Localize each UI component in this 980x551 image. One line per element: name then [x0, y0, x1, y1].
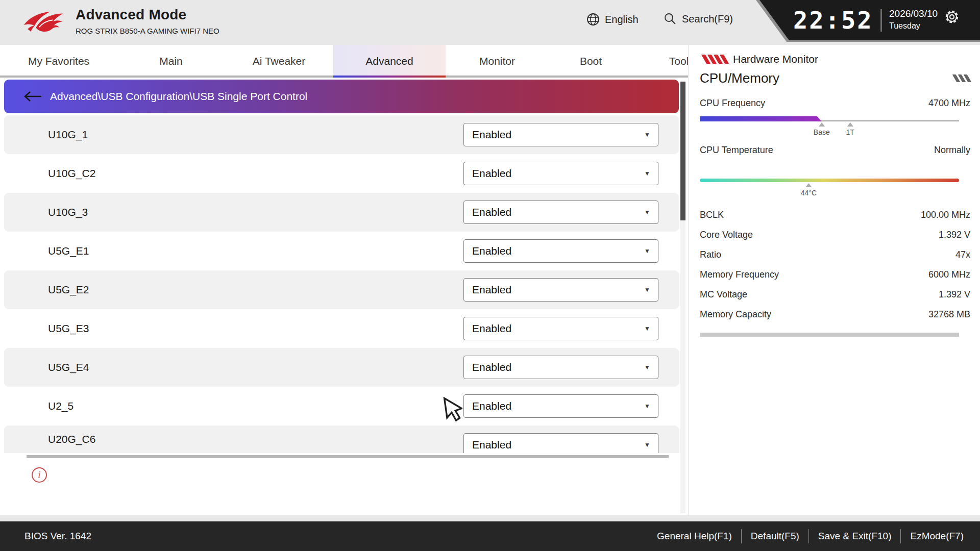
cpu-frequency-fill	[700, 116, 822, 121]
tab-boot[interactable]: Boot	[549, 45, 633, 78]
chevron-down-icon: ▼	[644, 325, 650, 332]
clock-weekday: Tuesday	[889, 21, 938, 31]
gear-icon[interactable]	[943, 8, 961, 26]
sidebar-scrollbar[interactable]	[700, 333, 959, 337]
ezmode-button[interactable]: EzMode(F7)	[901, 531, 973, 542]
tab-advanced[interactable]: Advanced	[333, 45, 446, 78]
search-button[interactable]: Search(F9)	[664, 12, 733, 26]
cpu-temperature-value: Normally	[934, 145, 970, 156]
setting-row[interactable]: U5G_E4 Enabled ▼	[4, 348, 679, 387]
language-button[interactable]: English	[586, 12, 639, 27]
main-content: Advanced\USB Configuration\USB Single Po…	[0, 78, 688, 515]
setting-row[interactable]: U2_5 Enabled ▼	[4, 387, 679, 425]
setting-dropdown[interactable]: Enabled ▼	[463, 123, 658, 146]
cpu-temperature-bar	[700, 179, 959, 182]
rog-stripes-icon	[704, 55, 726, 64]
header: Advanced Mode ROG STRIX B850-A GAMING WI…	[0, 0, 980, 45]
dropdown-value: Enabled	[472, 206, 511, 218]
footer-spacer	[0, 515, 980, 521]
language-label: English	[605, 14, 639, 26]
base-marker: Base	[814, 122, 830, 136]
general-help-button[interactable]: General Help(F1)	[648, 531, 741, 542]
temperature-marker: 44°C	[801, 183, 817, 197]
stat-row: BCLK 100.00 MHz	[700, 205, 970, 225]
default-button[interactable]: Default(F5)	[742, 531, 808, 542]
dropdown-value: Enabled	[472, 400, 511, 412]
setting-row[interactable]: U10G_C2 Enabled ▼	[4, 154, 679, 193]
motherboard-model: ROG STRIX B850-A GAMING WIFI7 NEO	[76, 27, 219, 35]
dropdown-value: Enabled	[472, 245, 511, 257]
hardware-stats-list: BCLK 100.00 MHz Core Voltage 1.392 V Rat…	[700, 205, 970, 324]
chevron-down-icon: ▼	[644, 403, 650, 410]
dropdown-value: Enabled	[472, 284, 511, 296]
chevron-down-icon: ▼	[644, 247, 650, 255]
section-title-cpu-memory: CPU/Memory	[700, 70, 779, 86]
save-exit-button[interactable]: Save & Exit(F10)	[809, 531, 901, 542]
dropdown-value: Enabled	[472, 322, 511, 335]
breadcrumb-path: Advanced\USB Configuration\USB Single Po…	[50, 90, 307, 103]
stat-row: Ratio 47x	[700, 245, 970, 265]
setting-label: U20G_C6	[48, 433, 95, 445]
stat-row: MC Voltage 1.392 V	[700, 285, 970, 305]
hardware-monitor-panel: Hardware Monitor CPU/Memory CPU Frequenc…	[688, 45, 980, 515]
chevron-down-icon: ▼	[644, 364, 650, 371]
setting-row[interactable]: U20G_C6 Enabled ▼	[4, 425, 679, 453]
setting-label: U10G_1	[48, 129, 88, 141]
cpu-temperature-label: CPU Temperature	[700, 145, 773, 156]
tab-bar: My Favorites Main Ai Tweaker Advanced Mo…	[0, 45, 730, 78]
search-label: Search(F9)	[682, 13, 733, 25]
clock-time: 22:52	[793, 6, 873, 34]
breadcrumb: Advanced\USB Configuration\USB Single Po…	[4, 80, 679, 113]
setting-label: U10G_C2	[48, 167, 95, 180]
setting-row[interactable]: U10G_3 Enabled ▼	[4, 193, 679, 232]
clock-date: 2026/03/10	[889, 8, 938, 19]
tab-ai-tweaker[interactable]: Ai Tweaker	[225, 45, 333, 78]
stat-row: Memory Capacity 32768 MB	[700, 305, 970, 324]
hardware-monitor-title: Hardware Monitor	[733, 53, 818, 65]
chevron-down-icon: ▼	[644, 209, 650, 216]
setting-label: U5G_E2	[48, 284, 89, 296]
chevron-down-icon: ▼	[644, 131, 650, 138]
triangle-up-icon	[847, 122, 853, 127]
footer-bar: BIOS Ver. 1642 General Help(F1) Default(…	[0, 521, 980, 551]
chevron-down-icon: ▼	[644, 441, 650, 448]
mouse-cursor	[442, 397, 462, 424]
setting-label: U2_5	[48, 400, 74, 412]
setting-row[interactable]: U10G_1 Enabled ▼	[4, 115, 679, 154]
cpu-frequency-value: 4700 MHz	[928, 98, 970, 109]
tab-main[interactable]: Main	[117, 45, 225, 78]
setting-row[interactable]: U5G_E2 Enabled ▼	[4, 270, 679, 309]
setting-dropdown[interactable]: Enabled ▼	[463, 162, 658, 185]
1t-marker: 1T	[846, 122, 854, 136]
dropdown-value: Enabled	[472, 167, 511, 180]
triangle-up-icon	[819, 122, 825, 127]
setting-dropdown[interactable]: Enabled ▼	[463, 278, 658, 302]
setting-row[interactable]: U5G_E3 Enabled ▼	[4, 309, 679, 348]
chevron-down-icon: ▼	[644, 286, 650, 293]
triangle-up-icon	[805, 183, 812, 187]
globe-icon	[586, 12, 600, 27]
info-icon[interactable]: i	[32, 467, 47, 483]
setting-label: U5G_E4	[48, 361, 89, 373]
search-icon	[664, 12, 677, 26]
setting-dropdown[interactable]: Enabled ▼	[463, 356, 658, 379]
settings-list: U10G_1 Enabled ▼ U10G_C2 Enabled ▼ U10G_…	[4, 115, 679, 453]
stat-row: Core Voltage 1.392 V	[700, 225, 970, 245]
tab-my-favorites[interactable]: My Favorites	[0, 45, 117, 78]
back-arrow-icon[interactable]	[22, 91, 43, 102]
setting-row[interactable]: U5G_E1 Enabled ▼	[4, 232, 679, 270]
chevron-down-icon: ▼	[644, 170, 650, 177]
dropdown-value: Enabled	[472, 129, 511, 141]
scrollbar-thumb[interactable]	[680, 82, 685, 220]
setting-dropdown[interactable]: Enabled ▼	[463, 394, 658, 418]
clock-divider	[880, 9, 882, 32]
setting-dropdown[interactable]: Enabled ▼	[463, 239, 658, 263]
bios-version: BIOS Ver. 1642	[24, 531, 91, 542]
tab-monitor[interactable]: Monitor	[446, 45, 549, 78]
clock-panel: 22:52 2026/03/10 Tuesday	[760, 0, 980, 40]
setting-dropdown[interactable]: Enabled ▼	[463, 201, 658, 224]
page-title: Advanced Mode	[76, 7, 219, 23]
collapse-stripes-icon[interactable]	[954, 74, 969, 82]
setting-dropdown[interactable]: Enabled ▼	[463, 317, 658, 340]
setting-dropdown[interactable]: Enabled ▼	[463, 433, 658, 453]
